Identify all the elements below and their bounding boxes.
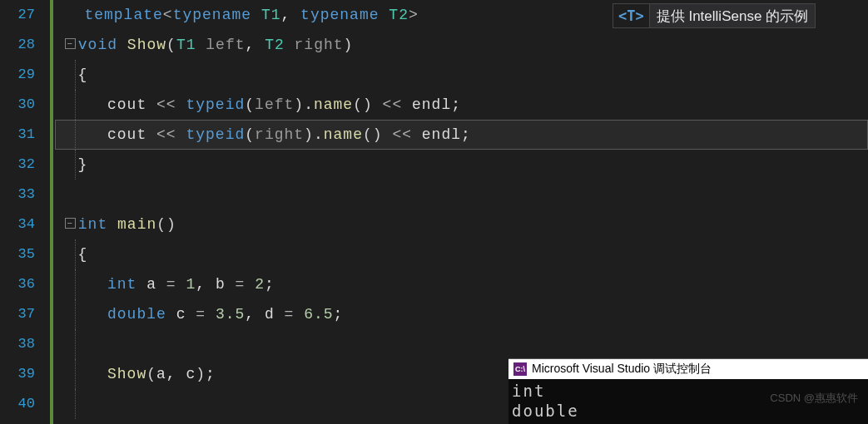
- code-line[interactable]: cout << typeid(left).name() << endl;: [55, 90, 868, 120]
- line-number: 37: [8, 299, 35, 329]
- line-number-gutter: 2728293031323334353637383940: [0, 0, 50, 424]
- line-number: 31: [8, 120, 35, 150]
- code-line-current[interactable]: cout << typeid(right).name() << endl;: [55, 120, 868, 150]
- tooltip-text: 提供 IntelliSense 的示例: [650, 7, 815, 26]
- fold-minus-icon[interactable]: −: [65, 218, 76, 229]
- watermark: CSDN @惠惠软件: [770, 391, 858, 406]
- line-number: 28: [8, 30, 35, 60]
- line-number: 36: [8, 269, 35, 299]
- code-line[interactable]: −void Show(T1 left, T2 right): [55, 30, 868, 60]
- code-line[interactable]: {: [55, 239, 868, 269]
- intellisense-tooltip: <T> 提供 IntelliSense 的示例: [613, 3, 816, 28]
- fold-minus-icon[interactable]: −: [65, 38, 76, 49]
- code-line[interactable]: [55, 180, 868, 210]
- line-number: 27: [8, 0, 35, 30]
- line-number: 35: [8, 239, 35, 269]
- code-line[interactable]: int a = 1, b = 2;: [55, 269, 868, 299]
- console-titlebar[interactable]: C:\ Microsoft Visual Studio 调试控制台: [508, 359, 868, 379]
- line-number: 30: [8, 90, 35, 120]
- code-line[interactable]: [55, 329, 868, 359]
- line-number: 38: [8, 329, 35, 359]
- template-type-icon: <T>: [613, 4, 650, 27]
- line-number: 32: [8, 150, 35, 180]
- vs-logo-icon: C:\: [513, 362, 527, 376]
- line-number: 33: [8, 180, 35, 210]
- code-line[interactable]: −int main(): [55, 210, 868, 239]
- line-number: 40: [8, 389, 35, 419]
- line-number: 39: [8, 359, 35, 389]
- code-line[interactable]: }: [55, 150, 868, 180]
- line-number: 34: [8, 210, 35, 239]
- code-line[interactable]: {: [55, 60, 868, 90]
- code-line[interactable]: double c = 3.5, d = 6.5;: [55, 299, 868, 329]
- line-number: 29: [8, 60, 35, 90]
- console-title-text: Microsoft Visual Studio 调试控制台: [532, 362, 712, 377]
